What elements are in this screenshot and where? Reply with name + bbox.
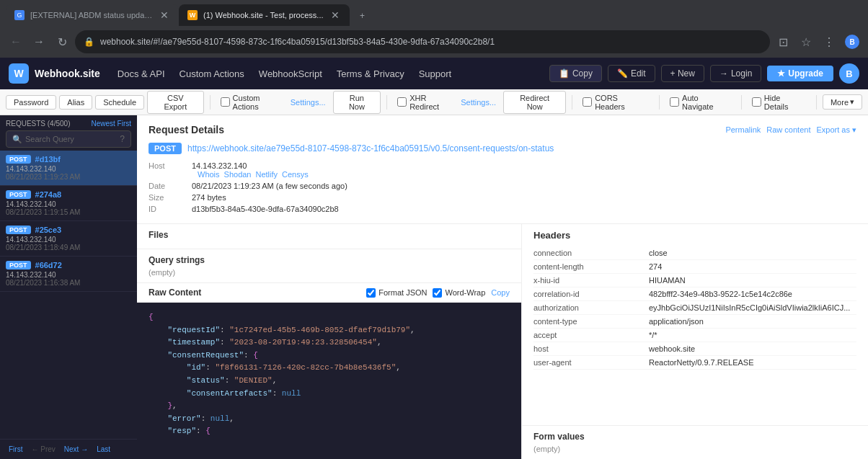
request-1-ip: 14.143.232.140 [6,165,131,173]
first-page-btn[interactable]: First [6,444,25,455]
request-2-ip: 14.143.232.140 [6,200,131,208]
reload-button[interactable]: ↻ [52,32,72,52]
tab-2-close[interactable]: ✕ [329,9,341,21]
order-toggle[interactable]: Newest First [91,120,131,128]
account-button[interactable]: B [842,32,862,52]
request-2-method: POST [6,190,31,199]
extensions-button[interactable]: ⋮ [819,32,839,52]
raw-content-section: Raw Content Format JSON Word-Wrap [137,283,521,459]
raw-content-actions: Format JSON Word-Wrap Copy [366,288,510,298]
word-wrap-check[interactable] [433,288,442,298]
size-value: 274 bytes [192,193,856,202]
requests-header: REQUESTS (4/500) Newest First [0,115,137,130]
next-page-btn[interactable]: Next → [61,444,91,455]
shodan-link[interactable]: Shodan [224,170,252,179]
hide-details-check[interactable] [752,97,761,107]
request-details-title: Request Details [149,124,224,135]
auto-nav-check[interactable] [670,97,679,107]
request-item-3[interactable]: POST #25ce3 14.143.232.140 08/21/2023 1:… [0,221,137,257]
nav-support[interactable]: Support [413,66,458,82]
edit-icon: ✏️ [617,68,628,79]
user-avatar[interactable]: B [839,63,859,84]
logo-icon: W [9,63,29,84]
password-btn[interactable]: Password [6,95,56,110]
request-item-1[interactable]: POST #d13bf 14.143.232.140 08/21/2023 1:… [0,151,137,186]
tab-1[interactable]: G [EXTERNAL] ABDM status update... ✕ [6,4,179,26]
request-4-method: POST [6,261,31,269]
nav-docs[interactable]: Docs & API [112,66,171,82]
request-1-time: 08/21/2023 1:19:23 AM [6,173,131,181]
forward-button[interactable]: → [29,32,49,52]
browser-actions: ⊡ ☆ ⋮ B [773,32,862,52]
header-correlation-id: correlation-id 482bfff2-34e9-48b3-9522-1… [533,288,856,301]
whois-link[interactable]: Whois [198,170,220,179]
new-button[interactable]: + New [661,65,704,82]
alias-btn[interactable]: Alias [59,95,92,110]
request-item-3-header: POST #25ce3 [6,226,131,234]
request-item-2[interactable]: POST #274a8 14.143.232.140 08/21/2023 1:… [0,186,137,221]
xhr-redirect-check[interactable] [397,97,407,107]
raw-content-header: Raw Content Format JSON Word-Wrap [137,283,521,303]
custom-actions-check[interactable] [221,97,230,107]
nav-terms[interactable]: Terms & Privacy [331,66,410,82]
nav-webhook[interactable]: WebhookScript [253,66,328,82]
permalink-link[interactable]: Permalink [725,125,761,135]
csv-export-btn[interactable]: CSV Export [147,91,204,114]
hide-details-checkbox[interactable]: Hide Details [748,94,810,111]
request-item-4[interactable]: POST #66d72 14.143.232.140 08/21/2023 1:… [0,257,137,292]
nav-actions-right: 📋 Copy ✏️ Edit + New → Login ★ Upgrade [549,63,859,84]
prev-page-btn[interactable]: ← Prev [28,444,58,455]
address-bar[interactable]: 🔒 webhook.site/#!/ae79e55d-8107-4598-873… [75,30,770,53]
custom-actions-checkbox[interactable]: Custom Actions Settings... [216,94,330,111]
detail-date: Date 08/21/2023 1:19:23 AM (a few second… [149,180,856,192]
raw-content-link[interactable]: Raw content [766,125,810,135]
cast-button[interactable]: ⊡ [773,32,793,52]
method-badge: POST [149,143,182,154]
detail-host: Host 14.143.232.140 Whois Shodan Netlify… [149,160,856,180]
export-as-link[interactable]: Export as ▾ [816,125,856,135]
last-page-btn[interactable]: Last [94,444,113,455]
edit-button[interactable]: ✏️ Edit [608,65,655,82]
format-json-checkbox[interactable]: Format JSON [366,288,427,298]
logo-area: W Webhook.site [9,63,100,84]
tab-2[interactable]: W (1) Webhook.site - Test, process... ✕ [179,4,350,26]
back-button[interactable]: ← [6,32,26,52]
header-authorization: authorization eyJhbGciOiJSUzI1NiIsInR5cC… [533,301,856,315]
nav-custom[interactable]: Custom Actions [174,66,250,82]
more-btn[interactable]: More ▾ [823,94,862,110]
censys-link[interactable]: Censys [282,170,309,179]
upgrade-button[interactable]: ★ Upgrade [767,66,833,81]
header-content-length: content-length 274 [533,260,856,274]
request-url[interactable]: https://webhook.site/ae79e55d-8107-4598-… [187,143,554,153]
request-1-id: #d13bf [35,155,61,164]
header-accept: accept */* [533,329,856,342]
cors-checkbox[interactable]: CORS Headers [578,94,653,111]
request-3-id: #25ce3 [35,226,62,234]
auto-nav-checkbox[interactable]: Auto Navigate [665,94,735,111]
header-connection: connection close [533,246,856,260]
new-tab-button[interactable]: + [353,6,373,26]
schedule-btn[interactable]: Schedule [95,95,144,110]
tab-1-close[interactable]: ✕ [159,9,170,21]
word-wrap-checkbox[interactable]: Word-Wrap [433,288,485,298]
redirect-now-btn[interactable]: Redirect Now [503,91,566,114]
form-values-empty: (empty) [533,445,856,453]
bookmark-button[interactable]: ☆ [796,32,816,52]
request-4-ip: 14.143.232.140 [6,271,131,279]
search-help-icon[interactable]: ? [120,134,125,144]
copy-url-button[interactable]: 📋 Copy [549,65,602,82]
header-host: host webhook.site [533,342,856,356]
main-layout: REQUESTS (4/500) Newest First 🔍 ? POST #… [0,115,868,459]
run-now-btn[interactable]: Run Now [333,91,381,114]
netlify-link[interactable]: Netlify [256,170,278,179]
files-title: Files [149,230,510,240]
left-column: Files Query strings (empty) Raw Content [137,224,522,459]
xhr-redirect-checkbox[interactable]: XHR Redirect Settings... [393,94,500,111]
raw-copy-button[interactable]: Copy [491,288,510,297]
request-item-2-header: POST #274a8 [6,190,131,199]
format-json-check[interactable] [366,288,376,298]
login-button[interactable]: → Login [710,65,761,82]
search-icon: 🔍 [12,135,22,144]
cors-check[interactable] [583,97,592,107]
search-input[interactable] [25,135,117,143]
